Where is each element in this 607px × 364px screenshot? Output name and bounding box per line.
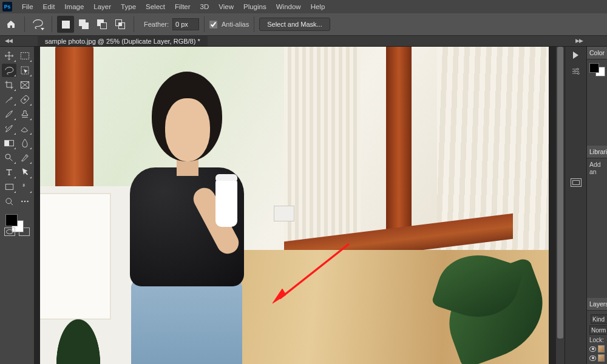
svg-line-12 <box>280 244 349 298</box>
layers-filter-input[interactable] <box>591 314 607 324</box>
annotation-arrow <box>269 240 354 307</box>
crop-tool[interactable] <box>2 78 16 92</box>
menu-window[interactable]: Window <box>271 0 306 13</box>
shape-tool[interactable] <box>2 180 16 194</box>
antialias-label: Anti-alias <box>222 21 249 28</box>
menu-help[interactable]: Help <box>306 0 330 13</box>
feather-input[interactable] <box>172 18 199 30</box>
libraries-panel-tab[interactable]: Librarie <box>587 146 607 158</box>
svg-rect-7 <box>5 184 13 190</box>
scrollbar-thumb[interactable] <box>557 47 563 339</box>
menu-file[interactable]: File <box>17 0 38 13</box>
object-select-tool[interactable] <box>18 64 32 77</box>
frame-tool[interactable] <box>18 78 32 92</box>
document-image <box>40 47 549 364</box>
lasso-tool[interactable] <box>2 64 16 77</box>
color-panel-swatch[interactable] <box>589 63 605 76</box>
chevron-down-icon <box>41 28 44 30</box>
menu-layer[interactable]: Layer <box>89 0 116 13</box>
divider <box>134 16 134 32</box>
menu-plugins[interactable]: Plugins <box>239 0 271 13</box>
layer-row[interactable] <box>589 345 605 352</box>
workspace: Color Librarie Add an Layers Lock: <box>0 47 607 364</box>
svg-point-11 <box>27 201 29 202</box>
color-panel <box>587 59 607 79</box>
visibility-icon[interactable] <box>589 356 596 361</box>
play-icon[interactable] <box>573 52 578 59</box>
type-tool[interactable] <box>2 166 16 179</box>
home-button[interactable] <box>2 16 19 33</box>
divider <box>204 16 205 32</box>
path-select-tool[interactable] <box>18 166 32 179</box>
eyedropper-tool[interactable] <box>2 93 16 106</box>
layers-panel-tab[interactable]: Layers <box>587 298 607 311</box>
selection-add-button[interactable] <box>75 16 92 33</box>
libraries-hint: Add an <box>589 161 601 175</box>
menu-edit[interactable]: Edit <box>38 0 60 13</box>
selection-new-button[interactable] <box>57 16 74 33</box>
dodge-tool[interactable] <box>2 151 16 164</box>
svg-point-8 <box>5 198 11 203</box>
svg-rect-0 <box>21 53 29 59</box>
blur-tool[interactable] <box>18 136 32 150</box>
layer-thumb <box>598 345 605 352</box>
divider <box>24 16 25 32</box>
svg-point-15 <box>574 70 576 72</box>
menu-bar: Ps File Edit Image Layer Type Select Fil… <box>0 0 607 13</box>
zoom-tool[interactable] <box>2 195 16 208</box>
document-tab[interactable]: sample photo.jpg @ 25% (Duplicate Layer,… <box>38 36 208 46</box>
document-tabs: ◀◀ sample photo.jpg @ 25% (Duplicate Lay… <box>0 36 607 47</box>
layer-row[interactable] <box>589 354 605 362</box>
panel-icon[interactable] <box>571 178 582 187</box>
lock-label: Lock: <box>589 337 605 343</box>
svg-point-6 <box>5 154 10 159</box>
history-brush-tool[interactable] <box>2 122 16 135</box>
antialias-checkbox[interactable] <box>209 21 217 29</box>
layer-thumb <box>598 354 605 362</box>
layers-panel: Lock: <box>587 311 607 364</box>
move-tool[interactable] <box>2 49 16 62</box>
stamp-tool[interactable] <box>18 107 32 121</box>
visibility-icon[interactable] <box>589 346 596 352</box>
divider <box>254 16 254 32</box>
quickmask-toggle[interactable] <box>4 228 15 236</box>
selection-intersect-button[interactable] <box>112 16 129 33</box>
svg-rect-5 <box>5 140 9 146</box>
svg-point-9 <box>21 201 22 202</box>
menu-select[interactable]: Select <box>141 0 170 13</box>
divider <box>52 16 52 32</box>
brush-tool[interactable] <box>2 107 16 121</box>
collapse-left-icon[interactable]: ◀◀ <box>5 38 12 44</box>
menu-view[interactable]: View <box>214 0 239 13</box>
options-bar: Feather: Anti-alias Select and Mask... <box>0 13 607 36</box>
menu-filter[interactable]: Filter <box>170 0 195 13</box>
svg-point-10 <box>24 201 25 202</box>
current-tool-preset[interactable] <box>30 16 47 33</box>
feather-label: Feather: <box>144 21 169 28</box>
app-icon: Ps <box>2 2 12 12</box>
collapsed-panels-dock <box>565 47 586 364</box>
blend-mode-select[interactable] <box>589 325 607 335</box>
menu-type[interactable]: Type <box>116 0 141 13</box>
foreground-color-swatch[interactable] <box>5 214 18 226</box>
menu-image[interactable]: Image <box>59 0 89 13</box>
gradient-tool[interactable] <box>2 136 16 150</box>
svg-marker-13 <box>273 289 286 303</box>
adjustments-icon[interactable] <box>571 66 581 79</box>
svg-point-14 <box>577 69 578 70</box>
marquee-tool[interactable] <box>18 49 32 62</box>
tools-panel <box>0 47 34 364</box>
edit-toolbar-button[interactable] <box>18 195 32 208</box>
right-panels: Color Librarie Add an Layers Lock: <box>586 47 607 364</box>
hand-tool[interactable] <box>18 180 32 194</box>
canvas-area[interactable] <box>34 47 556 364</box>
menu-3d[interactable]: 3D <box>195 0 214 13</box>
collapse-right-icon[interactable]: ▶▶ <box>575 38 583 44</box>
select-and-mask-button[interactable]: Select and Mask... <box>259 18 330 31</box>
heal-tool[interactable] <box>18 93 32 106</box>
eraser-tool[interactable] <box>18 122 32 135</box>
selection-subtract-button[interactable] <box>93 16 110 33</box>
pen-tool[interactable] <box>18 151 32 164</box>
vertical-scrollbar[interactable] <box>556 47 565 364</box>
color-panel-tab[interactable]: Color <box>587 47 607 59</box>
